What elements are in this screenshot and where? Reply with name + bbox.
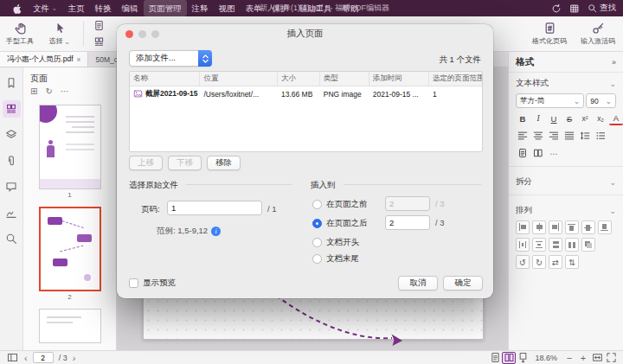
distribute-vertical-icon[interactable]	[532, 238, 546, 252]
next-page-icon[interactable]: ›	[73, 353, 76, 363]
radio-document-end[interactable]: 文档末尾	[312, 253, 359, 265]
previous-page-icon[interactable]: ‹	[24, 353, 28, 363]
list-icon[interactable]	[594, 129, 607, 143]
enter-activation-code-button[interactable]: 输入激活码	[573, 16, 623, 51]
text-box-icon[interactable]	[531, 146, 545, 160]
line-spacing-icon[interactable]	[578, 129, 592, 143]
zoom-in-icon[interactable]: +	[576, 352, 590, 364]
apps-grid-icon[interactable]	[569, 3, 580, 14]
align-objects-left-icon[interactable]	[516, 220, 530, 234]
column-header-added-time[interactable]: 添加时间	[369, 72, 429, 86]
rotate-left-icon[interactable]: ↺	[516, 255, 530, 269]
zoom-out-icon[interactable]: −	[562, 352, 576, 364]
align-objects-hcenter-icon[interactable]	[532, 220, 546, 234]
split-section-header[interactable]: 拆分 ⌄	[509, 171, 623, 190]
align-right-icon[interactable]	[547, 129, 561, 143]
font-size-select[interactable]: 90 ⌄	[586, 93, 616, 108]
show-preview-checkbox[interactable]: 显示预览	[129, 278, 176, 289]
signature-icon[interactable]	[3, 204, 21, 221]
radio-document-begin[interactable]: 文档开头	[312, 237, 359, 248]
rotate-page-icon[interactable]: ↻	[45, 86, 52, 97]
align-left-icon[interactable]	[516, 129, 530, 143]
page-tool-icon-2[interactable]	[93, 35, 106, 48]
info-icon[interactable]: i	[211, 227, 221, 236]
remove-button[interactable]: 移除	[207, 156, 241, 170]
format-page-number-button[interactable]: 格式化页码	[526, 16, 573, 51]
apple-menu[interactable]	[7, 3, 28, 14]
single-page-view-icon[interactable]	[488, 352, 502, 364]
align-objects-top-icon[interactable]	[565, 220, 579, 234]
current-page-input[interactable]	[33, 352, 54, 363]
menu-home[interactable]: 主页	[63, 0, 90, 16]
bold-button[interactable]: B	[516, 112, 530, 125]
align-justify-icon[interactable]	[562, 129, 576, 143]
panel-collapse-icon[interactable]: »	[612, 58, 616, 67]
column-header-location[interactable]: 位置	[200, 72, 278, 86]
page-thumbnail-3-partial[interactable]	[39, 309, 101, 343]
sidebar-toggle-icon[interactable]	[5, 352, 19, 364]
page-thumbnails-icon[interactable]	[3, 100, 21, 118]
font-family-select[interactable]: 苹方-简 ⌄	[516, 93, 584, 108]
flip-vertical-icon[interactable]: ⇅	[565, 255, 579, 269]
rotate-right-icon[interactable]: ↻	[532, 255, 546, 269]
facing-page-view-icon[interactable]	[502, 352, 516, 364]
same-width-icon[interactable]	[549, 238, 562, 252]
superscript-button[interactable]: x²	[578, 112, 592, 125]
page-thumbnail-1[interactable]	[39, 105, 101, 189]
thumbnail-grid-icon[interactable]: ⊞	[30, 86, 37, 97]
more-text-options-icon[interactable]: ⋯	[547, 146, 561, 160]
attachments-icon[interactable]	[3, 152, 21, 169]
menu-edit[interactable]: 编辑	[117, 0, 144, 16]
align-objects-bottom-icon[interactable]	[598, 220, 612, 234]
distribute-horizontal-icon[interactable]	[516, 238, 530, 252]
ok-button[interactable]: 确定	[443, 276, 483, 291]
move-up-button[interactable]: 上移	[129, 156, 163, 170]
radio-after-page[interactable]: 在页面之后	[312, 218, 368, 229]
column-header-page-range[interactable]: 选定的页面范围	[429, 72, 482, 86]
zoom-level[interactable]: 18.6%	[535, 354, 557, 362]
same-height-icon[interactable]	[565, 238, 579, 252]
align-center-icon[interactable]	[531, 129, 545, 143]
search-panel-icon[interactable]	[3, 230, 21, 247]
comments-icon[interactable]	[3, 178, 21, 195]
fullscreen-icon[interactable]	[604, 352, 618, 364]
source-page-range-input[interactable]	[167, 201, 262, 215]
page-thumbnail-2-current[interactable]	[39, 207, 101, 291]
menu-page-management[interactable]: 页面管理	[144, 0, 187, 16]
add-file-dropdown[interactable]: 添加文件...	[129, 50, 212, 67]
layers-icon[interactable]	[3, 126, 21, 144]
align-objects-right-icon[interactable]	[549, 220, 562, 234]
continuous-scroll-view-icon[interactable]	[516, 352, 530, 364]
close-window-icon[interactable]	[125, 30, 133, 38]
menu-convert[interactable]: 转换	[90, 0, 117, 16]
after-page-input[interactable]	[385, 215, 430, 230]
document-tab-active[interactable]: 冯小惠-个人简历.pdf ×	[0, 52, 88, 67]
column-header-size[interactable]: 大小	[278, 72, 320, 86]
arrange-section-header[interactable]: 排列 ⌄	[509, 200, 623, 219]
page-tool-icon-1[interactable]	[93, 19, 106, 32]
strikethrough-button[interactable]: S	[562, 112, 576, 125]
same-size-icon[interactable]	[581, 238, 595, 252]
column-header-type[interactable]: 类型	[320, 72, 369, 86]
close-icon[interactable]: ×	[77, 55, 81, 64]
italic-button[interactable]: I	[531, 112, 545, 125]
hand-tool-button[interactable]: 手型工具	[0, 16, 40, 51]
more-options-icon[interactable]: ⋯	[61, 86, 69, 97]
sync-icon[interactable]	[551, 3, 562, 14]
column-header-name[interactable]: 名称	[130, 72, 200, 86]
fit-width-icon[interactable]	[590, 352, 604, 364]
underline-button[interactable]: U	[547, 112, 561, 125]
paragraph-settings-icon[interactable]	[516, 146, 530, 160]
subscript-button[interactable]: x₂	[594, 112, 607, 125]
align-objects-vcenter-icon[interactable]	[581, 220, 595, 234]
menu-view[interactable]: 视图	[214, 0, 241, 16]
menu-file[interactable]: 文件⌄	[28, 0, 63, 16]
radio-before-page[interactable]: 在页面之前	[312, 199, 368, 210]
bookmarks-icon[interactable]	[3, 74, 21, 92]
cancel-button[interactable]: 取消	[398, 276, 438, 291]
menu-comment[interactable]: 注释	[187, 0, 214, 16]
find-button[interactable]: 查找	[588, 3, 616, 14]
text-style-section-header[interactable]: 文本样式 ⌄	[509, 73, 623, 92]
file-table-row[interactable]: 截屏2021-09-15 ... /Users/foxitnet/... 13.…	[130, 86, 482, 101]
flip-horizontal-icon[interactable]: ⇄	[549, 255, 562, 269]
